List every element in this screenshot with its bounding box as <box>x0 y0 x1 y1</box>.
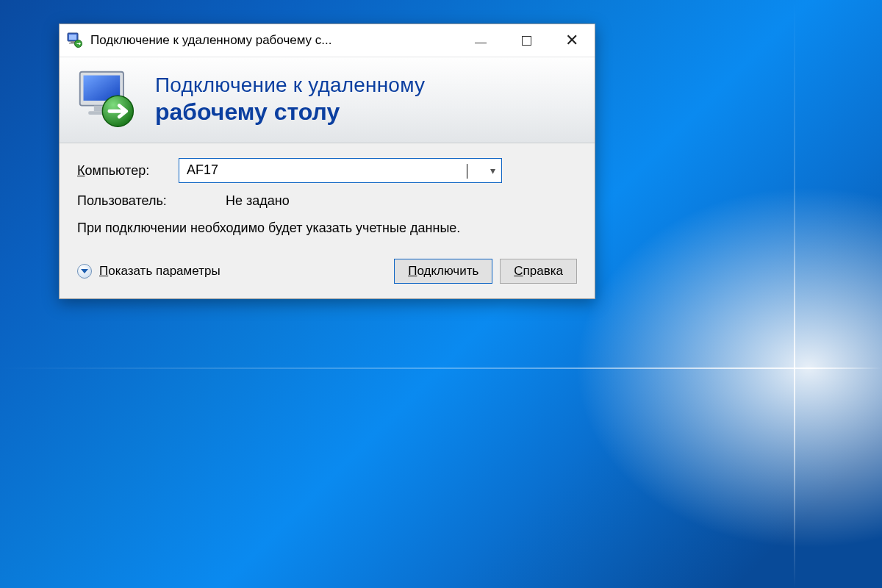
computer-combobox[interactable]: ▾ <box>179 158 502 183</box>
help-button[interactable]: Справка <box>500 259 577 284</box>
user-value: Не задано <box>226 193 290 209</box>
dialog-footer: Показать параметры Подключить Справка <box>77 259 577 284</box>
desktop-background: Подключение к удаленному рабочему с... ✕ <box>0 0 882 588</box>
rdc-logo-icon <box>76 68 139 131</box>
show-options-label: Показать параметры <box>99 264 220 279</box>
show-options-toggle[interactable]: Показать параметры <box>77 264 387 279</box>
user-row: Пользователь: Не задано <box>77 193 577 209</box>
close-button[interactable]: ✕ <box>549 24 595 57</box>
dialog-body: Компьютер: ▾ Пользователь: Не задано При… <box>60 143 595 298</box>
dialog-header: Подключение к удаленному рабочему столу <box>60 57 595 143</box>
window-controls: ✕ <box>458 24 595 57</box>
rdc-window: Подключение к удаленному рабочему с... ✕ <box>59 24 595 299</box>
chevron-down-icon[interactable]: ▾ <box>490 165 495 176</box>
expand-down-icon <box>77 264 92 279</box>
minimize-button[interactable] <box>458 24 503 57</box>
heading-line1: Подключение к удаленному <box>155 74 425 97</box>
computer-row: Компьютер: ▾ <box>77 158 577 183</box>
window-titlebar[interactable]: Подключение к удаленному рабочему с... ✕ <box>60 24 595 57</box>
connect-button[interactable]: Подключить <box>394 259 492 284</box>
svg-rect-2 <box>71 41 75 43</box>
credentials-hint: При подключении необходимо будет указать… <box>77 219 474 237</box>
window-title: Подключение к удаленному рабочему с... <box>90 33 332 48</box>
app-icon <box>67 32 83 49</box>
user-label: Пользователь: <box>77 193 217 209</box>
computer-input[interactable] <box>187 162 466 178</box>
heading-line2: рабочему столу <box>155 98 425 126</box>
svg-rect-1 <box>69 35 76 40</box>
maximize-button[interactable] <box>503 24 549 57</box>
dialog-heading: Подключение к удаленному рабочему столу <box>155 74 425 126</box>
computer-label: Компьютер: <box>77 163 179 179</box>
